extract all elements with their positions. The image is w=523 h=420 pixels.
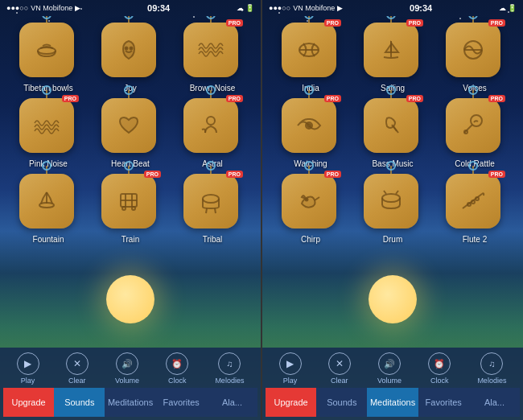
right-clear-btn[interactable]: ✕ Clear [328,352,351,385]
right-sound-grid: PRO India PRO Sailing [266,23,520,245]
sound-sailing[interactable]: PRO Sailing [354,23,431,93]
joy-icon [101,23,156,77]
svg-line-19 [464,125,472,133]
voices-icon [446,23,500,77]
chirp-pro: PRO [324,171,341,178]
watching-pro: PRO [324,95,341,102]
left-panel: ●●●○○ VN Mobifone ▶ 09:34 ☁🔋 [0,0,261,420]
right-carrier: ●●●○○ VN Mobifone ▶ [269,4,343,12]
india-pro: PRO [324,19,341,27]
sound-watching[interactable]: PRO Watching [272,98,349,169]
left-bottom-controls: ▶ Play ✕ Clear 🔊 Volume ⏰ Clock ♫ Melodi… [0,348,261,420]
sailing-icon [364,23,418,77]
fountain-label: Fountain [33,235,64,245]
left-play-label: Play [21,377,35,385]
sound-india[interactable]: PRO India [272,23,349,93]
flute2-label: Flute 2 [463,235,488,245]
astral-pro: PRO [226,95,243,102]
right-bottom-controls: ▶ Play ✕ Clear 🔊 Volume ⏰ Clock ♫ Melodi… [262,348,523,420]
left-tab-meditations[interactable]: Meditations [105,388,155,417]
sound-train[interactable]: PRO Train [92,174,169,245]
fountain-icon [19,174,74,229]
left-volume-icon: 🔊 [116,352,138,375]
svg-point-22 [382,194,400,202]
right-volume-btn[interactable]: 🔊 Volume [377,352,402,385]
left-play-btn[interactable]: ▶ Play [17,352,39,385]
sound-tibetan-bowls[interactable]: PRO Tibetan bowls [10,23,87,93]
sound-fountain[interactable]: PRO Fountain [10,174,87,245]
left-play-icon: ▶ [17,352,39,375]
right-clock-icon: ⏰ [428,352,451,375]
right-tab-sounds[interactable]: Sounds [316,388,367,417]
svg-point-1 [126,47,128,50]
sound-joy[interactable]: PRO Joy [92,23,169,93]
right-melodies-icon: ♫ [480,352,503,375]
sound-astral[interactable]: PRO Astral [174,98,251,169]
right-time: 09:34 [410,3,432,13]
svg-point-10 [132,207,135,210]
sound-brown-noise[interactable]: PRO Brown Noise [174,23,251,93]
sailing-pro: PRO [406,19,423,27]
right-clock-btn[interactable]: ⏰ Clock [428,352,451,385]
left-clear-btn[interactable]: ✕ Clear [66,352,89,385]
train-icon [101,174,156,229]
right-tab-upgrade[interactable]: Upgrade [266,388,316,417]
sound-tribal[interactable]: PRO Tribal [174,174,251,245]
heart-beat-icon [101,98,156,153]
sound-bass-music[interactable]: PRO Bass Music [354,98,431,169]
svg-point-21 [306,199,308,201]
flute2-icon [446,174,500,229]
right-tab-favorites[interactable]: Favorites [418,388,469,417]
train-label: Train [121,235,139,245]
brown-noise-pro: PRO [226,19,243,27]
svg-point-11 [203,195,219,203]
right-clear-label: Clear [331,377,348,385]
svg-point-3 [207,117,215,125]
bass-music-pro: PRO [406,95,423,102]
sound-drum[interactable]: PRO Drum [354,174,431,245]
tibetan-bowls-icon [19,23,74,77]
sound-pink-noise[interactable]: PRO Pink Noise [10,98,87,169]
left-tab-sounds[interactable]: Sounds [54,388,105,417]
chirp-icon [282,174,336,229]
right-tab-alarm[interactable]: Ala... [469,388,520,417]
left-clock-btn[interactable]: ⏰ Clock [166,352,188,385]
watching-icon [282,98,336,153]
right-play-btn[interactable]: ▶ Play [279,352,302,385]
left-sound-grid: PRO Tibetan bowls PRO Jo [3,23,257,245]
left-clock-label: Clock [168,377,187,385]
right-tab-meditations[interactable]: Meditations [367,388,418,417]
left-icons: ☁🔋 [237,4,254,12]
pink-noise-icon [19,98,74,153]
right-melodies-label: Melodies [477,377,506,385]
sound-chirp[interactable]: PRO Chirp [272,174,349,245]
left-time: 09:34 [147,3,170,13]
tribal-label: Tribal [203,235,223,245]
left-clear-icon: ✕ [66,352,89,375]
right-play-label: Play [283,377,298,385]
left-tab-alarm[interactable]: Ala... [207,388,257,417]
left-tab-upgrade[interactable]: Upgrade [3,388,54,417]
svg-point-25 [476,197,479,200]
voices-pro: PRO [488,19,505,27]
left-status-bar: ●●●○○ VN Mobifone ▶ 09:34 ☁🔋 [0,0,261,16]
drum-icon [364,174,418,229]
left-tab-favorites[interactable]: Favorites [156,388,207,417]
right-clear-icon: ✕ [328,352,351,375]
left-melodies-btn[interactable]: ♫ Melodies [215,352,244,385]
right-content: PRO India PRO Sailing [262,16,523,348]
right-melodies-btn[interactable]: ♫ Melodies [477,352,506,385]
right-controls-row: ▶ Play ✕ Clear 🔊 Volume ⏰ Clock ♫ Melodi… [266,352,520,385]
train-pro: PRO [144,171,161,178]
sound-heart-beat[interactable]: PRO Heart Beat [92,98,169,169]
sound-flute2[interactable]: PRO Flute 2 [436,174,513,245]
sound-cold-rattle[interactable]: PRO Cold Rattle [436,98,513,169]
drum-label: Drum [383,235,402,245]
svg-point-2 [130,47,133,50]
right-volume-label: Volume [377,377,402,385]
svg-point-17 [307,124,311,127]
cold-rattle-icon [446,98,500,153]
left-volume-btn[interactable]: 🔊 Volume [115,352,139,385]
left-clock-icon: ⏰ [166,352,188,375]
sound-voices[interactable]: PRO Voices [436,23,513,93]
